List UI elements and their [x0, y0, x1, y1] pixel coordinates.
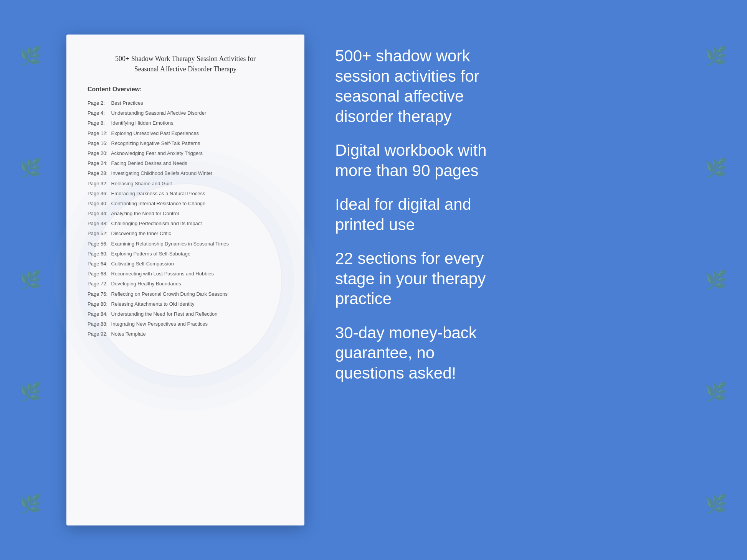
toc-title: Understanding Seasonal Affective Disorde… [110, 110, 206, 116]
toc-item: Page 36: Embracing Darkness as a Natural… [88, 189, 283, 199]
toc-title: Reflecting on Personal Growth During Dar… [110, 291, 228, 297]
floral-sprig: 🌿 [21, 45, 40, 68]
toc-title: Developing Healthy Boundaries [110, 281, 181, 287]
toc-title: Integrating New Perspectives and Practic… [110, 321, 208, 327]
toc-item: Page 32: Releasing Shame and Guilt [88, 179, 283, 189]
toc-item: Page 52: Discovering the Inner Critic [88, 229, 283, 239]
toc-page-number: Page 80: [88, 301, 110, 308]
toc-title: Investigating Childhood Beliefs Around W… [110, 170, 212, 176]
feature-item: 30-day money-back guarantee, no question… [335, 323, 681, 384]
toc-page-number: Page 44: [88, 210, 110, 217]
toc-title: Notes Template [110, 331, 146, 337]
toc-title: Exploring Unresolved Past Experiences [110, 130, 199, 136]
floral-sprig: 🌿 [707, 157, 726, 180]
table-of-contents: Page 2: Best PracticesPage 4: Understand… [88, 98, 283, 339]
toc-page-number: Page 4: [88, 110, 110, 117]
toc-page-number: Page 76: [88, 291, 110, 298]
feature-item: Ideal for digital and printed use [335, 194, 681, 235]
feature-item: 22 sections for every stage in your ther… [335, 249, 681, 309]
main-content: 500+ Shadow Work Therapy Session Activit… [66, 12, 681, 548]
features-panel: 500+ shadow work session activities for … [335, 35, 681, 383]
floral-sprig: 🌿 [707, 493, 726, 516]
toc-page-number: Page 72: [88, 280, 110, 287]
toc-page-number: Page 16: [88, 140, 110, 147]
toc-item: Page 48: Challenging Perfectionism and I… [88, 219, 283, 229]
floral-sprig: 🌿 [21, 269, 40, 292]
toc-title: Acknowledging Fear and Anxiety Triggers [110, 150, 203, 156]
toc-page-number: Page 12: [88, 130, 110, 137]
floral-sprig: 🌿 [21, 381, 40, 404]
toc-page-number: Page 40: [88, 200, 110, 207]
toc-title: Embracing Darkness as a Natural Process [110, 191, 205, 196]
toc-page-number: Page 84: [88, 311, 110, 318]
toc-item: Page 20: Acknowledging Fear and Anxiety … [88, 148, 283, 158]
toc-title: Releasing Attachments to Old Identity [110, 301, 194, 307]
document-title: 500+ Shadow Work Therapy Session Activit… [88, 54, 283, 74]
toc-title: Facing Denied Desires and Needs [110, 160, 187, 166]
floral-sprig: 🌿 [707, 269, 726, 292]
toc-title: Confronting Internal Resistance to Chang… [110, 201, 205, 206]
toc-item: Page 16: Recognizing Negative Self-Talk … [88, 138, 283, 148]
toc-page-number: Page 36: [88, 190, 110, 197]
toc-item: Page 28: Investigating Childhood Beliefs… [88, 168, 283, 178]
toc-item: Page 60: Exploring Patterns of Self-Sabo… [88, 249, 283, 259]
toc-title: Challenging Perfectionism and Its Impact [110, 221, 202, 226]
toc-page-number: Page 64: [88, 260, 110, 267]
toc-item: Page 40: Confronting Internal Resistance… [88, 199, 283, 209]
feature-item: 500+ shadow work session activities for … [335, 46, 681, 127]
toc-title: Cultivating Self-Compassion [110, 261, 174, 267]
toc-title: Best Practices [110, 100, 143, 106]
toc-title: Examining Relationship Dynamics in Seaso… [110, 241, 229, 247]
floral-sprig: 🌿 [21, 157, 40, 180]
toc-title: Analyzing the Need for Control [110, 211, 179, 216]
toc-item: Page 84: Understanding the Need for Rest… [88, 309, 283, 319]
toc-title: Recognizing Negative Self-Talk Patterns [110, 140, 200, 146]
toc-item: Page 24: Facing Denied Desires and Needs [88, 158, 283, 168]
toc-item: Page 44: Analyzing the Need for Control [88, 209, 283, 219]
toc-page-number: Page 68: [88, 270, 110, 277]
toc-page-number: Page 48: [88, 220, 110, 227]
toc-page-number: Page 8: [88, 120, 110, 127]
toc-page-number: Page 24: [88, 160, 110, 167]
toc-title: Discovering the Inner Critic [110, 231, 171, 236]
toc-item: Page 56: Examining Relationship Dynamics… [88, 239, 283, 249]
toc-page-number: Page 92: [88, 331, 110, 338]
toc-item: Page 76: Reflecting on Personal Growth D… [88, 289, 283, 299]
floral-decoration-left: 🌿 🌿 🌿 🌿 🌿 [0, 0, 61, 560]
toc-item: Page 64: Cultivating Self-Compassion [88, 259, 283, 269]
toc-page-number: Page 20: [88, 150, 110, 157]
toc-item: Page 4: Understanding Seasonal Affective… [88, 108, 283, 118]
toc-item: Page 2: Best Practices [88, 98, 283, 108]
feature-item: Digital workbook with more than 90 pages [335, 140, 681, 181]
toc-item: Page 12: Exploring Unresolved Past Exper… [88, 128, 283, 138]
toc-title: Identifying Hidden Emotions [110, 120, 173, 126]
document-panel: 500+ Shadow Work Therapy Session Activit… [66, 35, 304, 525]
toc-title: Understanding the Need for Rest and Refl… [110, 311, 217, 317]
toc-page-number: Page 2: [88, 100, 110, 107]
toc-title: Reconnecting with Lost Passions and Hobb… [110, 271, 214, 277]
toc-item: Page 8: Identifying Hidden Emotions [88, 118, 283, 128]
toc-item: Page 80: Releasing Attachments to Old Id… [88, 299, 283, 309]
toc-page-number: Page 56: [88, 240, 110, 247]
toc-title: Releasing Shame and Guilt [110, 181, 172, 186]
toc-title: Exploring Patterns of Self-Sabotage [110, 251, 190, 257]
toc-header: Content Overview: [88, 86, 283, 93]
toc-item: Page 88: Integrating New Perspectives an… [88, 319, 283, 329]
floral-decoration-right: 🌿 🌿 🌿 🌿 🌿 [686, 0, 747, 560]
toc-page-number: Page 52: [88, 230, 110, 237]
toc-page-number: Page 88: [88, 321, 110, 328]
floral-sprig: 🌿 [21, 493, 40, 516]
toc-page-number: Page 28: [88, 170, 110, 177]
toc-page-number: Page 32: [88, 180, 110, 187]
floral-sprig: 🌿 [707, 381, 726, 404]
toc-page-number: Page 60: [88, 250, 110, 257]
floral-sprig: 🌿 [707, 45, 726, 68]
toc-item: Page 92: Notes Template [88, 329, 283, 339]
toc-item: Page 68: Reconnecting with Lost Passions… [88, 269, 283, 279]
toc-item: Page 72: Developing Healthy Boundaries [88, 279, 283, 289]
